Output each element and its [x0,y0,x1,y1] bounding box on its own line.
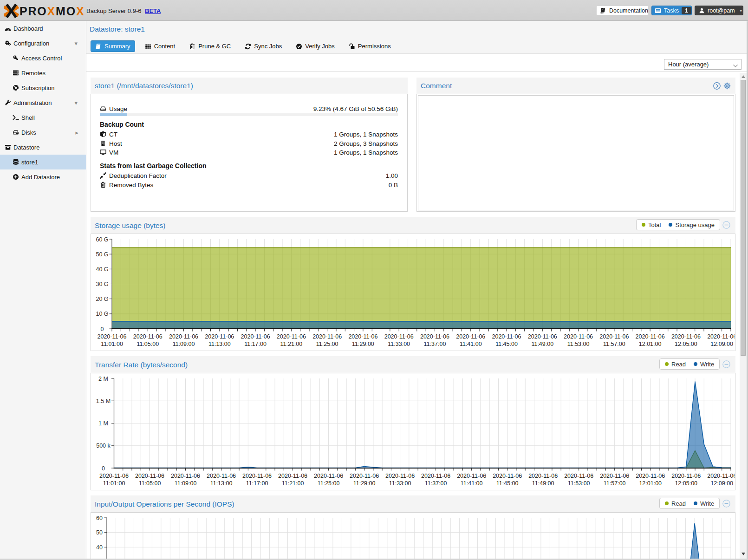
svg-text:11:49:00: 11:49:00 [532,480,554,487]
svg-text:11:17:00: 11:17:00 [244,341,267,347]
svg-text:11:21:00: 11:21:00 [282,480,304,487]
svg-text:40: 40 [96,544,103,551]
svg-text:11:21:00: 11:21:00 [280,341,303,347]
svg-text:11:41:00: 11:41:00 [460,341,482,347]
svg-text:2020-11-06: 2020-11-06 [133,333,163,340]
svg-text:2020-11-06: 2020-11-06 [241,333,270,340]
svg-text:11:33:00: 11:33:00 [389,480,411,487]
svg-text:11:49:00: 11:49:00 [531,341,553,347]
svg-text:11:29:00: 11:29:00 [352,341,374,347]
svg-text:2020-11-06: 2020-11-06 [493,473,522,479]
svg-text:30 G: 30 G [96,281,108,287]
svg-text:2020-11-06: 2020-11-06 [278,473,307,479]
svg-text:11:09:00: 11:09:00 [175,480,197,487]
svg-text:2020-11-06: 2020-11-06 [350,473,379,479]
svg-text:2020-11-06: 2020-11-06 [312,333,342,340]
svg-text:11:25:00: 11:25:00 [318,480,340,487]
svg-text:12:01:00: 12:01:00 [639,341,662,347]
svg-text:11:45:00: 11:45:00 [495,341,518,347]
svg-text:11:13:00: 11:13:00 [208,341,231,347]
svg-text:2020-11-06: 2020-11-06 [456,333,485,340]
svg-text:11:05:00: 11:05:00 [139,480,161,487]
svg-text:11:25:00: 11:25:00 [316,341,338,347]
svg-text:11:37:00: 11:37:00 [425,480,447,487]
svg-text:2020-11-06: 2020-11-06 [599,333,629,340]
svg-text:40 G: 40 G [96,266,108,273]
svg-text:500 k: 500 k [96,443,111,449]
svg-text:2020-11-06: 2020-11-06 [277,333,306,340]
svg-text:0: 0 [101,326,104,332]
svg-text:11:01:00: 11:01:00 [101,341,123,347]
svg-text:60: 60 [96,515,103,521]
svg-text:2020-11-06: 2020-11-06 [421,473,450,479]
svg-text:11:13:00: 11:13:00 [210,480,233,487]
svg-text:11:37:00: 11:37:00 [424,341,446,347]
svg-text:2020-11-06: 2020-11-06 [671,473,701,479]
svg-text:2020-11-06: 2020-11-06 [528,333,557,340]
svg-text:2020-11-06: 2020-11-06 [135,473,164,479]
svg-text:2020-11-06: 2020-11-06 [384,333,414,340]
svg-text:1.5 M: 1.5 M [96,398,111,404]
svg-text:2020-11-06: 2020-11-06 [600,473,629,479]
svg-text:50 G: 50 G [96,251,108,258]
svg-text:2020-11-06: 2020-11-06 [348,333,377,340]
svg-text:20 G: 20 G [96,296,108,302]
svg-text:2020-11-06: 2020-11-06 [671,333,701,340]
svg-text:11:33:00: 11:33:00 [388,341,410,347]
svg-text:12:09:00: 12:09:00 [710,480,733,487]
svg-text:2 M: 2 M [98,376,108,382]
svg-text:60 G: 60 G [96,236,108,243]
svg-text:11:45:00: 11:45:00 [496,480,519,487]
svg-text:2020-11-06: 2020-11-06 [171,473,200,479]
svg-text:11:57:00: 11:57:00 [604,480,626,487]
svg-text:11:53:00: 11:53:00 [568,480,590,487]
svg-text:11:41:00: 11:41:00 [461,480,483,487]
svg-text:11:05:00: 11:05:00 [137,341,159,347]
svg-text:10 G: 10 G [96,311,108,317]
svg-text:2020-11-06: 2020-11-06 [205,333,234,340]
svg-text:2020-11-06: 2020-11-06 [636,473,665,479]
svg-text:11:01:00: 11:01:00 [103,480,125,487]
svg-text:2020-11-06: 2020-11-06 [636,333,665,340]
svg-text:11:57:00: 11:57:00 [603,341,625,347]
svg-text:2020-11-06: 2020-11-06 [169,333,198,340]
svg-text:12:05:00: 12:05:00 [675,341,697,347]
svg-text:2020-11-06: 2020-11-06 [707,473,735,479]
svg-text:11:09:00: 11:09:00 [173,341,195,347]
svg-text:2020-11-06: 2020-11-06 [457,473,486,479]
svg-text:2020-11-06: 2020-11-06 [707,333,735,340]
svg-text:2020-11-06: 2020-11-06 [564,473,593,479]
svg-text:12:01:00: 12:01:00 [639,480,662,487]
svg-text:2020-11-06: 2020-11-06 [385,473,415,479]
svg-text:11:17:00: 11:17:00 [246,480,268,487]
svg-text:2020-11-06: 2020-11-06 [99,473,129,479]
svg-text:0: 0 [102,465,105,472]
svg-text:1 M: 1 M [98,420,108,427]
svg-text:2020-11-06: 2020-11-06 [528,473,558,479]
svg-text:2020-11-06: 2020-11-06 [564,333,593,340]
svg-text:12:05:00: 12:05:00 [675,480,697,487]
svg-text:2020-11-06: 2020-11-06 [242,473,272,479]
svg-text:50: 50 [96,529,103,536]
svg-text:11:29:00: 11:29:00 [353,480,376,487]
svg-text:2020-11-06: 2020-11-06 [97,333,126,340]
svg-text:11:53:00: 11:53:00 [567,341,590,347]
svg-text:2020-11-06: 2020-11-06 [314,473,343,479]
svg-text:2020-11-06: 2020-11-06 [492,333,521,340]
svg-text:2020-11-06: 2020-11-06 [207,473,236,479]
svg-text:2020-11-06: 2020-11-06 [420,333,449,340]
svg-text:12:09:00: 12:09:00 [710,341,733,347]
